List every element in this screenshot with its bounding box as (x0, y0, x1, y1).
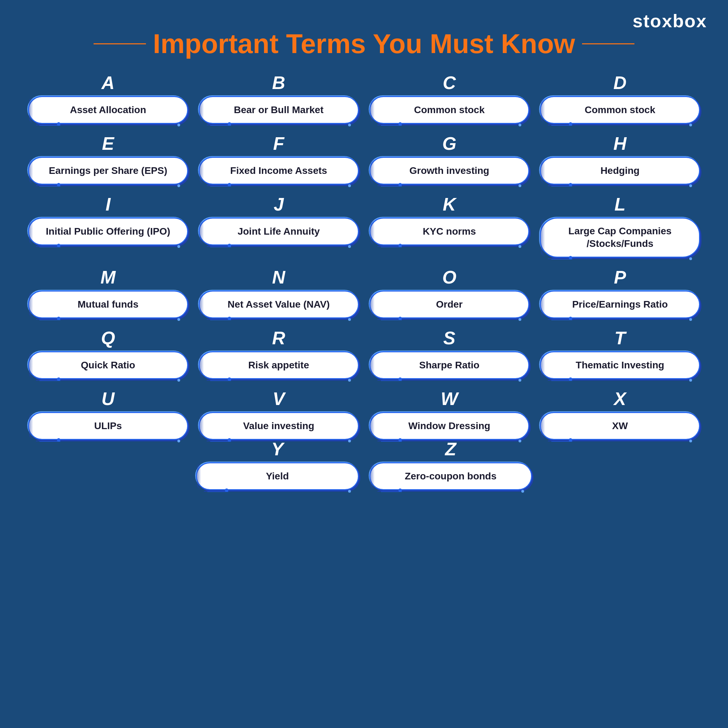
term-text-r: Risk appetite (248, 359, 309, 372)
term-text-h: Hedging (601, 164, 640, 177)
term-text-c: Common stock (414, 104, 485, 116)
term-box-x: XW (540, 412, 700, 440)
term-cell-m: MMutual funds (28, 268, 188, 318)
term-box-n: Net Asset Value (NAV) (199, 291, 359, 318)
term-box-j: Joint Life Annuity (199, 217, 359, 245)
term-cell-y: YYield (196, 440, 359, 490)
letter-u: U (102, 390, 115, 408)
term-box-w: Window Dressing (369, 412, 530, 440)
term-arrow-q (36, 379, 180, 382)
term-box-e: Earnings per Share (EPS) (28, 157, 188, 185)
letter-q: Q (101, 329, 115, 347)
term-arrow-o (378, 318, 522, 321)
term-box-i: Initial Public Offering (IPO) (28, 217, 188, 245)
term-cell-w: WWindow Dressing (369, 390, 530, 440)
term-cell-q: QQuick Ratio (28, 329, 188, 379)
term-arrow-d (548, 124, 692, 126)
term-arrow-p (548, 318, 692, 321)
term-text-z: Zero-coupon bonds (405, 470, 497, 483)
term-arrow-r (207, 379, 351, 382)
term-arrow-j (207, 245, 351, 248)
term-box-s: Sharpe Ratio (369, 351, 530, 379)
letter-k: K (443, 195, 456, 213)
term-cell-g: GGrowth investing (369, 135, 530, 185)
term-text-t: Thematic Investing (576, 359, 664, 372)
letter-n: N (272, 268, 285, 286)
term-box-a: Asset Allocation (28, 96, 188, 124)
term-text-k: KYC norms (423, 225, 476, 238)
term-arrow-e (36, 184, 180, 187)
term-box-b: Bear or Bull Market (199, 96, 359, 124)
letter-r: R (272, 329, 285, 347)
term-text-g: Growth investing (410, 164, 489, 177)
letter-c: C (443, 74, 456, 92)
term-arrow-x (548, 440, 692, 442)
term-text-n: Net Asset Value (NAV) (228, 298, 330, 311)
term-arrow-k (378, 245, 522, 248)
term-box-v: Value investing (199, 412, 359, 440)
term-arrow-s (378, 379, 522, 382)
term-text-q: Quick Ratio (81, 359, 136, 372)
term-text-x: XW (612, 420, 628, 432)
term-text-e: Earnings per Share (EPS) (49, 164, 167, 177)
term-box-q: Quick Ratio (28, 351, 188, 379)
terms-grid: AAsset AllocationBBear or Bull MarketCCo… (21, 74, 707, 440)
term-arrow-y (204, 490, 350, 492)
term-cell-l: LLarge Cap Companies /Stocks/Funds (540, 195, 700, 258)
letter-w: W (440, 390, 458, 408)
term-text-u: ULIPs (94, 420, 122, 432)
letter-y: Y (271, 440, 283, 458)
term-arrow-f (207, 184, 351, 187)
term-cell-d: DCommon stock (540, 74, 700, 124)
term-arrow-v (207, 440, 351, 442)
term-text-o: Order (436, 298, 463, 311)
letter-p: P (614, 268, 626, 286)
letter-x: X (614, 390, 626, 408)
term-box-c: Common stock (369, 96, 530, 124)
term-cell-b: BBear or Bull Market (199, 74, 359, 124)
main-container: stoxbox Important Terms You Must Know AA… (0, 0, 728, 728)
term-box-p: Price/Earnings Ratio (540, 291, 700, 318)
term-box-m: Mutual funds (28, 291, 188, 318)
term-text-y: Yield (266, 470, 289, 483)
letter-m: M (101, 268, 116, 286)
term-arrow-n (207, 318, 351, 321)
term-arrow-t (548, 379, 692, 382)
term-arrow-w (378, 440, 522, 442)
term-box-r: Risk appetite (199, 351, 359, 379)
letter-t: T (615, 329, 626, 347)
term-cell-t: TThematic Investing (540, 329, 700, 379)
title-text: Important Terms You Must Know (153, 28, 575, 60)
title-line-left (93, 43, 146, 44)
term-box-t: Thematic Investing (540, 351, 700, 379)
term-text-s: Sharpe Ratio (419, 359, 480, 372)
term-cell-z: ZZero-coupon bonds (369, 440, 532, 490)
term-box-k: KYC norms (369, 217, 530, 245)
term-cell-s: SSharpe Ratio (369, 329, 530, 379)
term-cell-a: AAsset Allocation (28, 74, 188, 124)
term-box-u: ULIPs (28, 412, 188, 440)
term-cell-o: OOrder (369, 268, 530, 318)
title-line-right (582, 43, 635, 44)
term-box-g: Growth investing (369, 157, 530, 185)
letter-v: V (273, 390, 285, 408)
letter-e: E (102, 135, 114, 153)
term-cell-k: KKYC norms (369, 195, 530, 258)
letter-j: J (274, 195, 284, 213)
letter-d: D (613, 74, 627, 92)
term-cell-n: NNet Asset Value (NAV) (199, 268, 359, 318)
term-cell-r: RRisk appetite (199, 329, 359, 379)
letter-f: F (273, 135, 284, 153)
term-text-f: Fixed Income Assets (230, 164, 327, 177)
term-cell-f: FFixed Income Assets (199, 135, 359, 185)
term-cell-h: HHedging (540, 135, 700, 185)
term-arrow-a (36, 124, 180, 126)
term-text-l: Large Cap Companies /Stocks/Funds (549, 225, 691, 250)
term-box-h: Hedging (540, 157, 700, 185)
term-arrow-g (378, 184, 522, 187)
term-text-a: Asset Allocation (70, 104, 146, 116)
term-box-o: Order (369, 291, 530, 318)
term-box-z: Zero-coupon bonds (369, 462, 532, 490)
term-box-l: Large Cap Companies /Stocks/Funds (540, 217, 700, 258)
term-cell-u: UULIPs (28, 390, 188, 440)
